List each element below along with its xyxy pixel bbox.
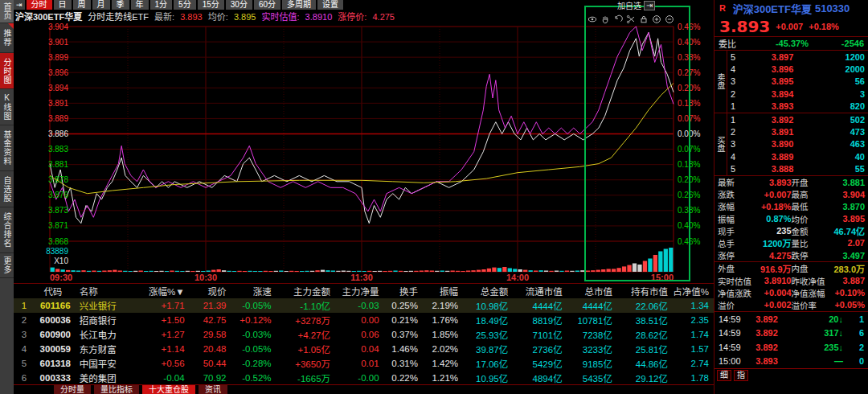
cell: 21.39	[190, 301, 231, 310]
cell: +0.56	[142, 359, 190, 368]
bid-row[interactable]: 23.891473	[727, 125, 868, 137]
table-row[interactable]: 6000333美的集团-0.0470.92-0.52%-1665万-0.000.…	[14, 371, 714, 385]
col-header-14[interactable]: 占净值%	[673, 285, 714, 298]
intraday-chart[interactable]: 3.9040.46%3.9010.40%3.8990.33%3.8960.27%…	[14, 20, 714, 283]
table-row[interactable]: 1601166兴业银行+1.7121.39-0.05%-1.10亿-0.030.…	[14, 298, 714, 313]
table-row[interactable]: 3600900长江电力+1.2729.58-0.03%+4.27亿0.060.3…	[14, 327, 714, 342]
lock-icon[interactable]	[639, 14, 649, 24]
table-row[interactable]: 4300059东方财富+1.1420.48-0.05%+1.05亿0.041.4…	[14, 342, 714, 356]
ask-row[interactable]: 23.8943	[727, 88, 868, 100]
sidebar-item-7[interactable]: 综合排名	[0, 207, 14, 253]
bid-level: 2	[731, 127, 742, 137]
period-tab-多周期[interactable]: 多周期	[282, 0, 316, 10]
ask-row[interactable]: 43.8962000	[727, 63, 868, 75]
sidebar-item-2[interactable]: 推荐	[0, 23, 14, 53]
tick-row[interactable]: 14:593.892317↓6	[714, 326, 868, 340]
zoom-in-icon[interactable]	[652, 14, 661, 24]
col-header-11[interactable]: 流通市值	[513, 285, 567, 298]
bottom-tab-资讯[interactable]: 资讯	[199, 385, 227, 394]
add-watch-label: 加自选	[617, 0, 641, 11]
stat-cell: 最低3.870	[792, 200, 866, 212]
ask-book-label: 卖盘	[714, 51, 727, 113]
add-watch-icon[interactable]: ⇥	[644, 1, 655, 10]
cell: 1.74	[673, 330, 714, 339]
sidebar-item-8[interactable]: 更多	[0, 253, 14, 278]
col-header-10[interactable]: 总金额	[463, 285, 513, 298]
period-tab-月[interactable]: 月	[92, 0, 110, 10]
ask-row[interactable]: 33.89556	[727, 76, 868, 88]
tick-list: 14:593.89220↓114:593.892317↓614:593.8922…	[714, 312, 868, 368]
ask-row[interactable]: 13.893820	[727, 101, 868, 113]
quote-tab-细[interactable]: 细	[717, 370, 731, 381]
sidebar-item-1[interactable]: 首页	[0, 0, 14, 23]
bid-row[interactable]: 13.892502	[727, 113, 868, 125]
col-header-4[interactable]: 现价	[190, 285, 231, 298]
stat-value: 0.87%	[766, 214, 791, 224]
col-header-2[interactable]: 名称	[76, 285, 142, 298]
bottom-tab-十大重仓股[interactable]: 十大重仓股	[142, 385, 195, 394]
bid-row[interactable]: 53.88855	[727, 163, 868, 175]
stat-cell: 昨收净值3.887	[792, 275, 866, 287]
cell: 7101亿	[513, 328, 567, 341]
period-tab-日[interactable]: 日	[54, 0, 72, 10]
period-tab-60分[interactable]: 60分	[254, 0, 280, 10]
hand-icon[interactable]	[600, 14, 610, 24]
scissors-icon[interactable]	[626, 14, 636, 24]
ask-row[interactable]: 53.8971200	[727, 51, 868, 63]
col-header-6[interactable]: 主力金额	[276, 285, 335, 298]
zoom-out-icon[interactable]	[665, 14, 674, 24]
bid-row[interactable]: 43.88940	[727, 150, 868, 162]
cell: +1.27	[142, 330, 190, 339]
eye-icon[interactable]	[588, 14, 597, 24]
collapse-sidebar-icon[interactable]: ⇥	[14, 0, 25, 10]
cell: 9185亿	[567, 357, 617, 370]
cell: +4.27亿	[276, 328, 335, 341]
cell: -0.03%	[231, 330, 276, 339]
undo-icon[interactable]	[613, 14, 623, 24]
bid-book-label: 买盘	[714, 113, 727, 175]
period-tab-1分[interactable]: 1分	[150, 0, 173, 10]
col-header-7[interactable]: 主力净量	[335, 285, 383, 298]
table-row[interactable]: 2600036招商银行+1.5042.75+0.12%+3278万0.000.2…	[14, 313, 714, 327]
tick-row[interactable]: 14:593.89220↓1	[714, 312, 868, 326]
sidebar-item-4[interactable]: K线图	[0, 89, 14, 125]
period-tab-分时[interactable]: 分时	[27, 0, 52, 10]
col-header-13[interactable]: 持有市值	[617, 285, 673, 298]
svg-text:15:00: 15:00	[651, 273, 674, 282]
bottom-tab-量比指标[interactable]: 量比指标	[94, 385, 139, 394]
period-tab-5分[interactable]: 5分	[174, 0, 196, 10]
tick-count: 2	[843, 343, 864, 352]
period-tab-季[interactable]: 季	[112, 0, 129, 10]
tick-row[interactable]: 14:593.892235↓2	[714, 340, 868, 355]
cell: 2.02%	[423, 344, 463, 354]
col-header-3[interactable]: 涨幅%▼	[142, 285, 190, 298]
bottom-tab-分时量[interactable]: 分时量	[54, 385, 91, 394]
sidebar-item-3[interactable]: 分时图	[0, 53, 14, 89]
cell: 美的集团	[76, 371, 142, 384]
bid-qty: 502	[823, 115, 865, 125]
col-header-9[interactable]: 振幅	[423, 285, 463, 298]
period-tab-年[interactable]: 年	[131, 0, 149, 10]
quote-tab-指[interactable]: 指	[734, 370, 748, 381]
bid-row[interactable]: 33.890463	[727, 138, 868, 150]
ask-qty: 3	[823, 89, 865, 99]
period-tab-周[interactable]: 周	[73, 0, 91, 10]
tick-row[interactable]: 15:003.893—0	[714, 354, 868, 368]
ask-price: 3.894	[742, 89, 823, 99]
period-tab-15分[interactable]: 15分	[198, 0, 224, 10]
col-header-5[interactable]: 涨速	[231, 285, 276, 298]
period-tab-设置[interactable]: 设置	[317, 0, 343, 10]
sidebar-item-5[interactable]: 基金资料	[0, 125, 14, 171]
cell: 0.31%	[384, 359, 423, 368]
add-to-watchlist[interactable]: 加自选 ⇥	[617, 0, 655, 10]
sidebar-item-6[interactable]: 自选股	[0, 171, 14, 207]
stat-label: 总手	[718, 237, 735, 249]
col-header-1[interactable]: 代码	[35, 285, 76, 298]
table-row[interactable]: 5601318中国平安+0.5650.44-0.28%+3650万0.010.3…	[14, 356, 714, 371]
cell: -0.05%	[231, 344, 276, 354]
period-tab-30分[interactable]: 30分	[226, 0, 252, 10]
svg-text:3.871: 3.871	[48, 221, 68, 230]
col-header-12[interactable]: 总市值	[567, 285, 617, 298]
bid-level: 4	[731, 152, 742, 162]
col-header-8[interactable]: 换手	[384, 285, 423, 298]
